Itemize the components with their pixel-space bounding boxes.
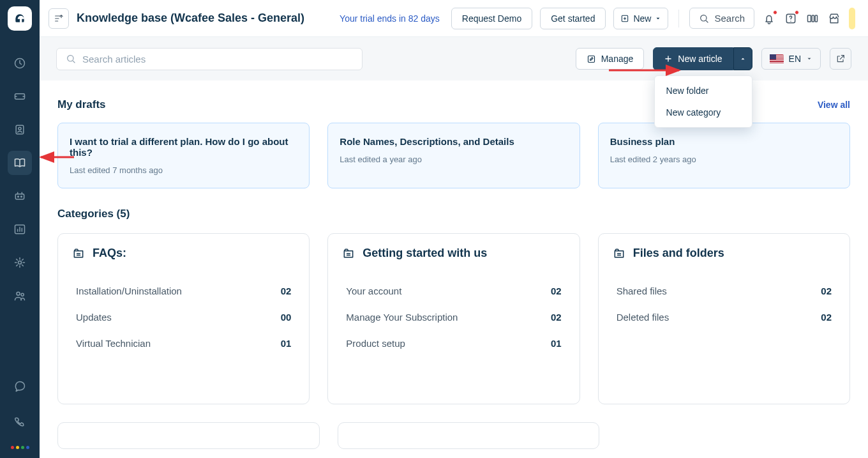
nav-admin[interactable]	[8, 250, 32, 275]
category-card[interactable]: Files and folders Shared files02 Deleted…	[598, 233, 850, 404]
nav-crm[interactable]	[8, 284, 32, 308]
svg-rect-15	[812, 15, 814, 22]
my-drafts-heading: My drafts	[57, 98, 106, 111]
main-content: My drafts View all I want to trial a dif…	[40, 80, 868, 458]
category-item[interactable]: Shared files02	[613, 278, 835, 304]
svg-rect-18	[588, 56, 594, 62]
svg-point-5	[18, 196, 19, 197]
draft-card[interactable]: Business plan Last edited 2 years ago	[598, 123, 850, 188]
kb-toolbar: Manage New article New folder New catego…	[40, 37, 868, 80]
category-item[interactable]: Product setup01	[342, 330, 565, 356]
category-item[interactable]: Updates00	[72, 304, 295, 330]
search-icon	[66, 54, 76, 64]
dropdown-new-category[interactable]: New category	[655, 102, 752, 123]
svg-point-12	[701, 15, 707, 20]
plus-icon	[664, 54, 673, 63]
category-icon	[342, 247, 355, 260]
filter-button[interactable]	[49, 8, 69, 29]
category-title: Files and folders	[633, 247, 724, 260]
nav-knowledge-base[interactable]	[8, 151, 32, 175]
nav-more[interactable]	[11, 446, 29, 449]
category-title: FAQs:	[93, 247, 126, 260]
svg-point-17	[68, 56, 73, 61]
category-item[interactable]: Manage Your Subscription02	[342, 304, 565, 330]
nav-bot[interactable]	[8, 184, 32, 208]
draft-title: Business plan	[610, 136, 838, 147]
new-button-label: New	[633, 13, 651, 24]
draft-title: Role Names, Descriptions, and Details	[340, 136, 567, 147]
notifications-icon[interactable]	[762, 11, 776, 26]
language-selector[interactable]: EN	[761, 48, 821, 70]
search-label: Search	[714, 13, 745, 24]
svg-point-10	[21, 293, 24, 296]
page-title: Knowledge base (Wcafee Sales - General)	[77, 11, 304, 25]
draft-meta: Last edited 7 months ago	[70, 165, 297, 175]
new-article-dropdown: New folder New category	[654, 75, 752, 128]
svg-rect-4	[15, 194, 24, 199]
app-logo[interactable]	[8, 6, 32, 31]
svg-rect-14	[808, 15, 811, 22]
get-started-button[interactable]: Get started	[540, 8, 606, 29]
svg-point-9	[17, 292, 20, 295]
new-article-label: New article	[678, 54, 722, 64]
flag-us-icon	[770, 54, 784, 64]
search-articles-input[interactable]	[82, 54, 353, 65]
new-article-dropdown-toggle[interactable]	[733, 47, 752, 70]
apps-icon[interactable]	[805, 11, 819, 26]
draft-card[interactable]: Role Names, Descriptions, and Details La…	[327, 123, 580, 188]
nav-contacts[interactable]	[8, 118, 32, 142]
category-card[interactable]	[57, 422, 320, 449]
nav-dashboard[interactable]	[8, 51, 32, 75]
chevron-down-icon	[806, 56, 812, 62]
svg-point-8	[19, 261, 22, 264]
lang-label: EN	[789, 54, 801, 64]
avatar[interactable]	[849, 8, 855, 29]
svg-rect-16	[815, 15, 817, 22]
category-card[interactable]	[338, 422, 600, 449]
global-search[interactable]: Search	[689, 8, 754, 29]
category-card[interactable]: FAQs: Installation/Uninstallation02 Upda…	[57, 233, 310, 404]
draft-card[interactable]: I want to trial a different plan. How do…	[57, 123, 310, 188]
draft-meta: Last edited 2 years ago	[610, 155, 838, 164]
category-icon	[613, 247, 625, 260]
new-button[interactable]: New	[613, 8, 668, 29]
search-articles-wrapper[interactable]	[56, 48, 363, 70]
view-all-link[interactable]: View all	[818, 100, 850, 110]
nav-phone[interactable]	[8, 410, 32, 434]
category-title: Getting started with us	[363, 247, 487, 260]
category-item[interactable]: Virtual Technician01	[72, 330, 295, 356]
nav-tickets[interactable]	[8, 84, 32, 109]
open-external-button[interactable]	[830, 48, 851, 70]
svg-point-6	[21, 196, 22, 197]
category-item[interactable]: Installation/Uninstallation02	[72, 278, 295, 304]
request-demo-button[interactable]: Request Demo	[451, 8, 532, 29]
top-bar: Knowledge base (Wcafee Sales - General) …	[40, 0, 868, 37]
dropdown-new-folder[interactable]: New folder	[655, 80, 752, 102]
draft-title: I want to trial a different plan. How do…	[70, 136, 297, 158]
left-sidebar	[0, 0, 40, 458]
category-card[interactable]: Getting started with us Your account02 M…	[327, 233, 580, 404]
svg-point-3	[19, 127, 21, 130]
category-icon	[72, 247, 85, 260]
nav-reports[interactable]	[8, 217, 32, 241]
marketplace-icon[interactable]	[827, 11, 841, 26]
new-article-group: New article New folder New category	[653, 47, 752, 70]
categories-heading: Categories (5)	[57, 208, 850, 220]
help-icon[interactable]	[784, 11, 798, 26]
draft-meta: Last edited a year ago	[340, 155, 567, 164]
new-article-button[interactable]: New article	[653, 47, 733, 70]
nav-chat[interactable]	[8, 374, 32, 399]
manage-label: Manage	[601, 54, 634, 64]
caret-up-icon	[740, 56, 746, 62]
category-item[interactable]: Deleted files02	[613, 304, 835, 330]
trial-notice[interactable]: Your trial ends in 82 days	[340, 13, 440, 24]
manage-button[interactable]: Manage	[576, 48, 645, 70]
category-item[interactable]: Your account02	[342, 278, 565, 304]
